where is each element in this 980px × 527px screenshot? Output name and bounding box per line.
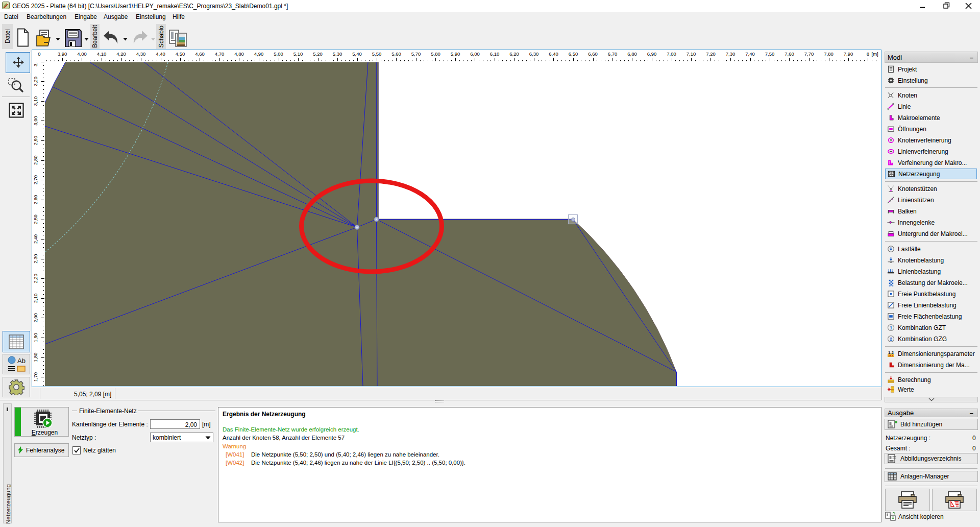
svg-text:1,70: 1,70: [33, 372, 38, 382]
svg-text:5,40: 5,40: [352, 51, 362, 57]
svg-text:[m]: [m]: [872, 51, 878, 57]
svg-text:1,90: 1,90: [33, 333, 38, 343]
svg-text:7,50: 7,50: [765, 51, 775, 57]
svg-text:4,70: 4,70: [215, 51, 225, 57]
svg-text:7,20: 7,20: [706, 51, 716, 57]
svg-text:4,80: 4,80: [234, 51, 244, 57]
svg-text:4,50: 4,50: [176, 51, 185, 57]
svg-text:6,20: 6,20: [509, 51, 519, 57]
svg-text:7,80: 7,80: [824, 51, 834, 57]
svg-text:2,60: 2,60: [33, 195, 38, 205]
svg-text:2,00: 2,00: [33, 313, 38, 323]
svg-text:6,60: 6,60: [588, 51, 598, 57]
svg-text:1,80: 1,80: [33, 352, 38, 362]
svg-text:7,00: 7,00: [667, 51, 676, 57]
svg-text:4,30: 4,30: [136, 51, 146, 57]
svg-text:4,60: 4,60: [195, 51, 205, 57]
svg-text:6,10: 6,10: [490, 51, 500, 57]
svg-text:7,40: 7,40: [745, 51, 755, 57]
svg-text:0: 0: [38, 51, 40, 57]
svg-text:2,50: 2,50: [33, 214, 38, 224]
svg-text:7,90: 7,90: [844, 51, 853, 57]
svg-text:5,00: 5,00: [274, 51, 283, 57]
svg-text:4,20: 4,20: [116, 51, 126, 57]
svg-text:5,30: 5,30: [333, 51, 342, 57]
svg-text:3,10: 3,10: [33, 97, 38, 106]
svg-text:7,10: 7,10: [687, 51, 696, 57]
svg-text:Ab: Ab: [17, 357, 26, 365]
svg-text:4,90: 4,90: [254, 51, 264, 57]
svg-text:2,70: 2,70: [33, 175, 38, 185]
svg-text:5,20: 5,20: [313, 51, 323, 57]
svg-text:6,30: 6,30: [529, 51, 539, 57]
svg-text:4,40: 4,40: [156, 51, 165, 57]
svg-text:5,90: 5,90: [451, 51, 460, 57]
svg-text:2,30: 2,30: [33, 254, 38, 264]
svg-text:3,00: 3,00: [33, 116, 38, 126]
svg-text:6,00: 6,00: [470, 51, 480, 57]
svg-text:6,40: 6,40: [549, 51, 558, 57]
svg-text:2,40: 2,40: [33, 234, 38, 244]
svg-text:7,70: 7,70: [804, 51, 814, 57]
svg-text:2,90: 2,90: [33, 136, 38, 146]
svg-text:6,80: 6,80: [627, 51, 637, 57]
svg-text:6,90: 6,90: [647, 51, 657, 57]
svg-text:3,20: 3,20: [33, 77, 38, 86]
svg-text:6,70: 6,70: [608, 51, 618, 57]
svg-text:5,10: 5,10: [293, 51, 303, 57]
svg-text:3,90: 3,90: [58, 51, 67, 57]
svg-text:5,70: 5,70: [411, 51, 421, 57]
svg-text:4,00: 4,00: [77, 51, 87, 57]
svg-text:2,20: 2,20: [33, 274, 38, 283]
svg-text:7,30: 7,30: [726, 51, 736, 57]
svg-text:6,50: 6,50: [569, 51, 578, 57]
svg-text:8: 8: [867, 51, 869, 57]
svg-text:5,50: 5,50: [372, 51, 382, 57]
svg-text:5,60: 5,60: [391, 51, 401, 57]
svg-text:2,10: 2,10: [33, 294, 38, 303]
svg-text:4,10: 4,10: [97, 51, 107, 57]
svg-text:7,60: 7,60: [785, 51, 794, 57]
svg-text:2,80: 2,80: [33, 155, 38, 165]
svg-text:5,80: 5,80: [431, 51, 440, 57]
